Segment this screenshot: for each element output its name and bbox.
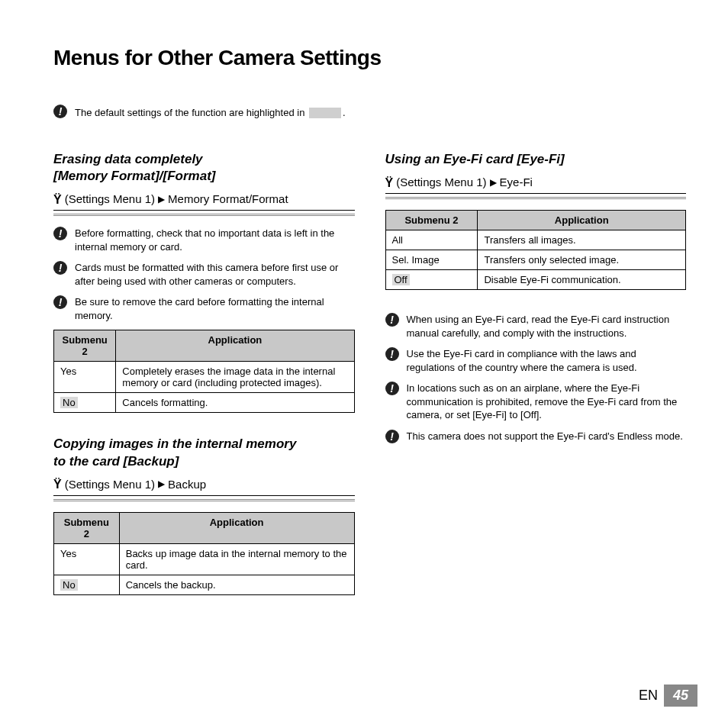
section-heading-eyefi: Using an Eye-Fi card [Eye-Fi] xyxy=(385,151,687,168)
note-item: Before formatting, check that no importa… xyxy=(53,227,355,253)
section-heading-backup: Copying images in the internal memory to… xyxy=(53,436,355,469)
table-row: No Cancels formatting. xyxy=(54,393,355,413)
table-backup: Submenu 2 Application Yes Backs up image… xyxy=(53,512,355,595)
menu-path-backup: Ÿ (Settings Menu 1) ▶ Backup xyxy=(53,478,355,494)
table-header: Submenu 2 xyxy=(54,330,116,362)
table-row: Off Disable Eye-Fi communication. xyxy=(385,270,686,290)
arrow-icon: ▶ xyxy=(158,478,165,489)
table-row: Sel. Image Transfers only selected image… xyxy=(385,250,686,270)
table-header: Application xyxy=(116,330,354,362)
arrow-icon: ▶ xyxy=(158,194,165,205)
note-item: Cards must be formatted with this camera… xyxy=(53,261,355,288)
page-title: Menus for Other Camera Settings xyxy=(53,46,686,70)
highlight-swatch xyxy=(309,108,341,118)
table-row: Yes Completely erases the image data in … xyxy=(54,362,355,393)
section-heading-memory-format: Erasing data completely [Memory Format]/… xyxy=(53,151,355,185)
table-header: Application xyxy=(119,512,354,543)
intro-note: The default settings of the function are… xyxy=(53,105,686,121)
table-eyefi: Submenu 2 Application All Transfers all … xyxy=(385,210,687,290)
table-row: No Cancels the backup. xyxy=(54,575,355,594)
menu-path-eyefi: Ÿ (Settings Menu 1) ▶ Eye-Fi xyxy=(385,176,687,192)
table-row: All Transfers all images. xyxy=(385,230,686,250)
table-row: Yes Backs up image data in the internal … xyxy=(54,543,355,575)
alert-icon xyxy=(385,313,399,327)
note-item: This camera does not support the Eye-Fi … xyxy=(385,430,687,447)
footer-page-number: 45 xyxy=(664,685,697,707)
note-item: When using an Eye-Fi card, read the Eye-… xyxy=(385,313,687,340)
divider xyxy=(385,193,687,199)
divider xyxy=(53,495,355,501)
page-footer: EN 45 xyxy=(639,685,697,707)
note-item: Be sure to remove the card before format… xyxy=(53,295,355,322)
alert-icon xyxy=(385,382,399,395)
divider xyxy=(53,210,355,216)
alert-icon xyxy=(53,105,67,118)
table-header: Submenu 2 xyxy=(54,512,120,543)
note-item: Use the Eye-Fi card in compliance with t… xyxy=(385,347,687,374)
table-header: Application xyxy=(478,211,686,230)
wrench-icon: Ÿ xyxy=(385,177,394,189)
alert-icon xyxy=(53,261,67,275)
wrench-icon: Ÿ xyxy=(53,194,62,206)
arrow-icon: ▶ xyxy=(490,177,497,188)
table-header: Submenu 2 xyxy=(385,211,478,230)
footer-language: EN xyxy=(639,688,664,704)
alert-icon xyxy=(53,295,67,309)
alert-icon xyxy=(385,430,399,443)
menu-path-memory-format: Ÿ (Settings Menu 1) ▶ Memory Format/Form… xyxy=(53,192,355,208)
table-memory-format: Submenu 2 Application Yes Completely era… xyxy=(53,330,355,413)
intro-text-suffix: . xyxy=(343,107,346,118)
note-item: In locations such as on an airplane, whe… xyxy=(385,382,687,422)
intro-text-prefix: The default settings of the function are… xyxy=(75,107,308,118)
alert-icon xyxy=(385,347,399,361)
wrench-icon: Ÿ xyxy=(53,478,62,491)
alert-icon xyxy=(53,227,67,240)
